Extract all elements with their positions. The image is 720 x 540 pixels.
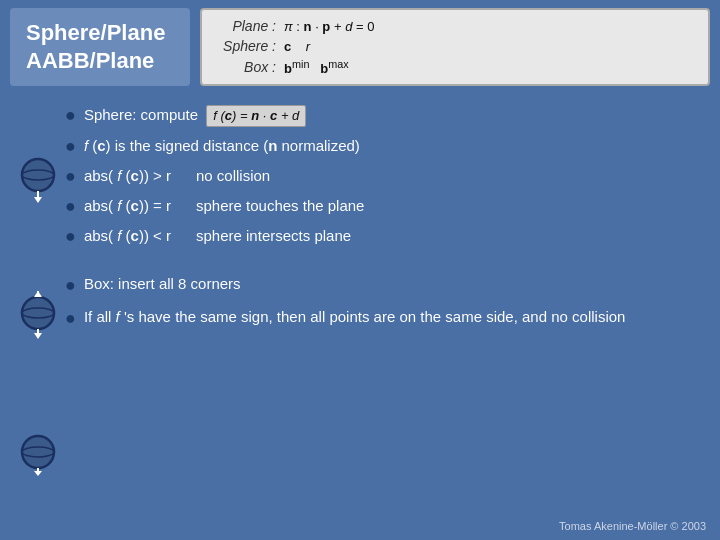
bottom-bullet-1: ● Box: insert all 8 corners xyxy=(65,273,700,298)
bullet-3: ● abs( f (c)) > r no collision xyxy=(65,165,710,189)
bottom-bullet-1-dot: ● xyxy=(65,272,76,298)
plane-label: Plane : xyxy=(216,18,276,34)
bullet-1: ● Sphere: compute f (c) = n · c + d xyxy=(65,104,710,128)
bullet-4-text: abs( f (c)) = r sphere touches the plane xyxy=(84,195,710,216)
section-divider xyxy=(65,253,710,273)
svg-point-4 xyxy=(22,297,54,329)
sphere-2-icon xyxy=(14,291,62,339)
formula-row-box: Box : bmin bmax xyxy=(216,58,694,76)
bullet-5-text: abs( f (c)) < r sphere intersects plane xyxy=(84,225,710,246)
box-label: Box : xyxy=(216,59,276,75)
plane-formula: π : n · p + d = 0 xyxy=(284,19,374,34)
svg-marker-13 xyxy=(34,471,42,476)
bottom-bullet-2-text: If all f 's have the same sign, then all… xyxy=(84,306,700,328)
sphere-c: c r xyxy=(284,39,310,54)
formula-row-plane: Plane : π : n · p + d = 0 xyxy=(216,18,694,34)
bullet-1-dot: ● xyxy=(65,103,76,128)
bottom-section: ● Box: insert all 8 corners ● If all f '… xyxy=(65,273,710,331)
sphere-1-item xyxy=(14,155,62,203)
svg-point-0 xyxy=(22,159,54,191)
bullet-2: ● f (c) is the signed distance (n normal… xyxy=(65,135,710,159)
bottom-bullet-2-dot: ● xyxy=(65,305,76,331)
sphere-1-icon xyxy=(14,155,62,203)
formula-box: Plane : π : n · p + d = 0 Sphere : c r B… xyxy=(200,8,710,86)
main-container: Sphere/Plane AABB/Plane Plane : π : n · … xyxy=(0,0,720,540)
bullet-4: ● abs( f (c)) = r sphere touches the pla… xyxy=(65,195,710,219)
svg-point-10 xyxy=(22,436,54,468)
top-block: Sphere/Plane AABB/Plane Plane : π : n · … xyxy=(0,0,720,90)
bottom-bullet-2: ● If all f 's have the same sign, then a… xyxy=(65,306,700,331)
sphere-label: Sphere : xyxy=(216,38,276,54)
bullet-3-text: abs( f (c)) > r no collision xyxy=(84,165,710,186)
bullet-2-text: f (c) is the signed distance (n normaliz… xyxy=(84,135,710,156)
title-line1: Sphere/Plane xyxy=(26,19,174,48)
title-box: Sphere/Plane AABB/Plane xyxy=(10,8,190,86)
bullet-list-top: ● Sphere: compute f (c) = n · c + d ● f … xyxy=(65,100,710,253)
sidebar xyxy=(10,100,65,530)
bullet-5-dot: ● xyxy=(65,224,76,249)
bullet-3-dot: ● xyxy=(65,164,76,189)
svg-marker-7 xyxy=(34,291,42,297)
bullet-5: ● abs( f (c)) < r sphere intersects plan… xyxy=(65,225,710,249)
content-area: ● Sphere: compute f (c) = n · c + d ● f … xyxy=(0,90,720,540)
bullet-2-dot: ● xyxy=(65,134,76,159)
sphere-3-icon xyxy=(14,428,62,476)
title-line2: AABB/Plane xyxy=(26,47,174,76)
svg-marker-3 xyxy=(34,197,42,203)
copyright: Tomas Akenine-Möller © 2003 xyxy=(559,520,706,532)
sphere-formula-inline: f (c) = n · c + d xyxy=(206,105,306,127)
main-content: ● Sphere: compute f (c) = n · c + d ● f … xyxy=(65,100,710,530)
bullet-4-dot: ● xyxy=(65,194,76,219)
sphere-2-item xyxy=(14,291,62,339)
svg-marker-9 xyxy=(34,333,42,339)
box-formula: bmin bmax xyxy=(284,58,349,76)
formula-row-sphere: Sphere : c r xyxy=(216,38,694,54)
sphere-3-item xyxy=(14,428,62,476)
bottom-bullet-1-text: Box: insert all 8 corners xyxy=(84,273,700,295)
bullet-1-text: Sphere: compute f (c) = n · c + d xyxy=(84,104,710,127)
